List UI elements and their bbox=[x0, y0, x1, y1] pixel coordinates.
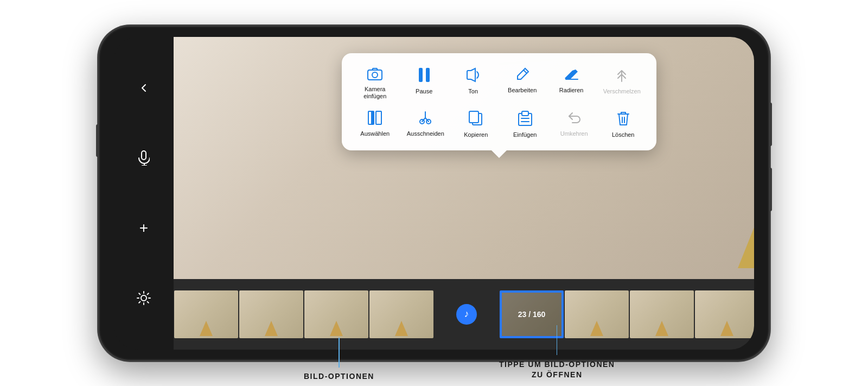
svg-rect-6 bbox=[419, 68, 423, 82]
thumbnail-7[interactable] bbox=[630, 290, 694, 338]
svg-point-5 bbox=[372, 72, 378, 78]
menu-item-pause[interactable]: Pause bbox=[403, 64, 446, 98]
menu-row-1: Kameraeinfügen Pause bbox=[350, 64, 648, 103]
menu-item-radieren[interactable]: Radieren bbox=[550, 64, 593, 97]
thumbnail-6[interactable] bbox=[565, 290, 629, 338]
svg-point-3 bbox=[141, 295, 146, 301]
menu-item-kopieren[interactable]: Kopieren bbox=[454, 107, 497, 142]
verschmelzen-icon bbox=[615, 67, 628, 85]
annotation-label-right: TIPPE UM BILD-OPTIONEN ZU ÖFFNEN bbox=[499, 359, 615, 381]
svg-rect-16 bbox=[522, 111, 528, 116]
pause-label: Pause bbox=[416, 88, 432, 95]
thumbnail-3[interactable] bbox=[304, 290, 368, 338]
mic-button[interactable] bbox=[133, 147, 155, 169]
pause-icon bbox=[418, 67, 430, 85]
einfuegen-label: Einfügen bbox=[513, 131, 537, 138]
bearbeiten-label: Bearbeiten bbox=[508, 87, 537, 94]
menu-item-ausschneiden[interactable]: Ausschneiden bbox=[403, 107, 449, 141]
kamera-icon bbox=[367, 67, 382, 83]
svg-rect-14 bbox=[469, 111, 478, 123]
umkehren-label: Umkehren bbox=[560, 130, 588, 137]
einfuegen-icon bbox=[518, 111, 532, 128]
phone-button-right-top bbox=[769, 103, 772, 146]
screen: + bbox=[114, 37, 754, 350]
umkehren-icon bbox=[567, 111, 581, 127]
kopieren-label: Kopieren bbox=[464, 131, 488, 138]
video-preview: Kameraeinfügen Pause bbox=[174, 37, 754, 279]
add-button[interactable]: + bbox=[133, 217, 155, 239]
ausschneiden-icon bbox=[418, 111, 432, 127]
left-sidebar: + bbox=[114, 37, 174, 350]
phone-button-right-bottom bbox=[769, 168, 772, 211]
timeline-area: ♪ 23 / 160 bbox=[174, 279, 754, 350]
menu-item-verschmelzen: Verschmelzen bbox=[599, 64, 645, 98]
menu-item-auswaehlen[interactable]: Auswählen bbox=[353, 107, 397, 141]
timeline-strip: ♪ 23 / 160 bbox=[174, 279, 754, 350]
svg-rect-10 bbox=[371, 111, 373, 124]
auswaehlen-label: Auswählen bbox=[360, 130, 390, 137]
ausschneiden-label: Ausschneiden bbox=[407, 130, 444, 137]
svg-rect-0 bbox=[142, 151, 146, 160]
phone-shell: + bbox=[98, 25, 770, 362]
scene: + bbox=[0, 0, 868, 386]
thumbnail-1[interactable] bbox=[174, 290, 238, 338]
menu-item-ton[interactable]: Ton bbox=[451, 64, 495, 98]
audio-thumbnail-icon: ♪ bbox=[456, 304, 477, 325]
menu-item-kamera[interactable]: Kameraeinfügen bbox=[353, 64, 397, 103]
phone-button-left bbox=[96, 124, 99, 157]
thumbnail-audio[interactable]: ♪ bbox=[435, 290, 499, 338]
radieren-label: Radieren bbox=[559, 87, 584, 94]
thumbnail-8[interactable] bbox=[695, 290, 754, 338]
frame-counter: 23 / 160 bbox=[501, 292, 563, 337]
menu-item-bearbeiten[interactable]: Bearbeiten bbox=[501, 64, 544, 97]
ton-label: Ton bbox=[468, 88, 478, 95]
svg-rect-4 bbox=[368, 70, 382, 80]
ton-icon bbox=[467, 67, 480, 85]
thumbnail-4[interactable] bbox=[369, 290, 433, 338]
settings-button[interactable] bbox=[133, 287, 155, 309]
main-area: Kameraeinfügen Pause bbox=[174, 37, 754, 350]
radieren-icon bbox=[564, 67, 579, 84]
menu-item-loeschen[interactable]: Löschen bbox=[602, 107, 645, 142]
back-button[interactable] bbox=[133, 77, 155, 99]
svg-rect-9 bbox=[376, 111, 381, 124]
kopieren-icon bbox=[469, 111, 483, 128]
menu-row-2: Auswählen Ausschnei bbox=[350, 107, 648, 142]
auswaehlen-icon bbox=[368, 111, 382, 127]
kamera-label: Kameraeinfügen bbox=[363, 86, 386, 100]
annotation-label-left: BILD-OPTIONEN bbox=[304, 372, 374, 381]
thumbnail-2[interactable] bbox=[239, 290, 303, 338]
context-menu: Kameraeinfügen Pause bbox=[342, 53, 656, 151]
thumbnail-selected[interactable]: 23 / 160 bbox=[500, 290, 564, 338]
bearbeiten-icon bbox=[515, 67, 529, 84]
menu-item-umkehren: Umkehren bbox=[552, 107, 596, 141]
svg-rect-7 bbox=[426, 68, 430, 82]
loeschen-label: Löschen bbox=[612, 131, 635, 138]
menu-item-einfuegen[interactable]: Einfügen bbox=[503, 107, 547, 142]
loeschen-icon bbox=[617, 111, 629, 128]
verschmelzen-label: Verschmelzen bbox=[603, 88, 641, 95]
triangle-decoration bbox=[738, 214, 754, 268]
